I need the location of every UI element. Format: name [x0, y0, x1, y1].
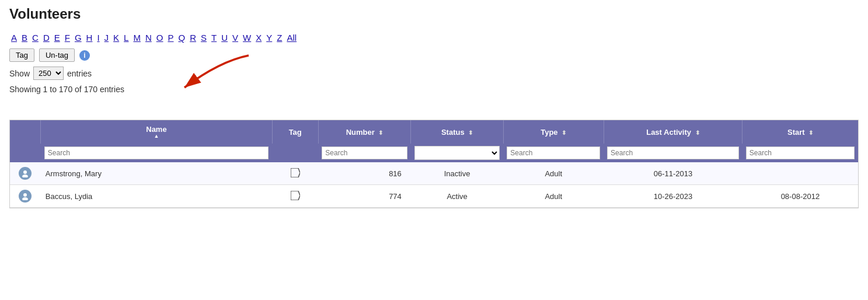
col-number-header: Number ⬍	[318, 120, 411, 144]
col-type-label: Type	[541, 128, 557, 137]
alpha-e[interactable]: E	[53, 33, 62, 43]
alpha-h[interactable]: H	[85, 33, 95, 43]
col-lastactivity-label: Last Activity	[646, 128, 691, 137]
number-search-input[interactable]	[322, 146, 407, 159]
table-search-row: Active Inactive	[10, 144, 858, 162]
svg-point-3	[22, 175, 28, 177]
row1-start	[742, 162, 858, 185]
alpha-k[interactable]: K	[111, 33, 121, 43]
alpha-n[interactable]: N	[144, 33, 154, 43]
sort-number-icon[interactable]: ⬍	[378, 130, 383, 136]
col-start-label: Start	[787, 128, 805, 137]
start-search-cell	[742, 144, 858, 162]
col-tag-label: Tag	[289, 128, 302, 137]
table-header-row: Name ▲ Tag Number ⬍ Status ⬍	[10, 120, 858, 144]
showing-text: Showing 1 to 170 of 170 entries	[9, 85, 124, 94]
table-row: Armstrong, Mary 816 Inactive Adult 06-11…	[10, 162, 858, 185]
toolbar: Tag Un-tag i	[9, 48, 859, 62]
row2-lastactivity: 10-26-2023	[604, 185, 742, 208]
page-container: Volunteers Messages A B C D E F G H I J …	[0, 0, 868, 300]
row1-tag	[272, 162, 318, 185]
alpha-g[interactable]: G	[73, 33, 83, 43]
alpha-q[interactable]: Q	[176, 33, 187, 43]
sort-status-icon[interactable]: ⬍	[468, 130, 473, 136]
sort-start-icon[interactable]: ⬍	[808, 130, 813, 136]
row1-status: Inactive	[411, 162, 504, 185]
show-label: Show	[9, 69, 30, 78]
alpha-i[interactable]: I	[95, 33, 101, 43]
status-search-cell: Active Inactive	[411, 144, 504, 162]
row2-avatar	[19, 190, 32, 203]
volunteers-table: Name ▲ Tag Number ⬍ Status ⬍	[9, 120, 859, 208]
col-status-label: Status	[441, 128, 465, 137]
lastactivity-search-cell	[604, 144, 742, 162]
page-title: Volunteers	[9, 6, 81, 22]
alpha-c[interactable]: C	[30, 33, 40, 43]
svg-point-6	[22, 197, 28, 200]
alpha-o[interactable]: O	[155, 33, 165, 43]
col-type-header: Type ⬍	[503, 120, 604, 144]
alpha-y[interactable]: Y	[264, 33, 274, 43]
alpha-all[interactable]: All	[285, 33, 298, 43]
col-tag-header: Tag	[272, 120, 318, 144]
row1-type: Adult	[503, 162, 604, 185]
row2-start: 08-08-2012	[742, 185, 858, 208]
sort-name-icon[interactable]: ▲	[154, 134, 159, 139]
alpha-b[interactable]: B	[20, 33, 29, 43]
untag-button[interactable]: Un-tag	[39, 48, 75, 62]
row2-avatar-cell	[10, 185, 41, 208]
tag-button[interactable]: Tag	[9, 48, 34, 62]
alpha-d[interactable]: D	[41, 33, 51, 43]
type-search-cell	[503, 144, 604, 162]
row1-avatar-cell	[10, 162, 41, 185]
number-search-cell	[318, 144, 411, 162]
alpha-nav: A B C D E F G H I J K L M N O P Q R S T …	[9, 33, 859, 43]
alpha-a[interactable]: A	[9, 33, 19, 43]
col-status-header: Status ⬍	[411, 120, 504, 144]
row2-tag	[272, 185, 318, 208]
svg-marker-4	[291, 168, 300, 177]
row2-tag-flag-icon	[291, 191, 300, 200]
start-search-input[interactable]	[746, 146, 855, 159]
alpha-v[interactable]: V	[231, 33, 240, 43]
alpha-z[interactable]: Z	[275, 33, 284, 43]
alpha-l[interactable]: L	[122, 33, 130, 43]
svg-point-2	[23, 170, 27, 174]
alpha-j[interactable]: J	[103, 33, 111, 43]
row1-avatar	[19, 167, 32, 180]
sort-type-icon[interactable]: ⬍	[562, 130, 566, 136]
alpha-s[interactable]: S	[199, 33, 208, 43]
alpha-w[interactable]: W	[241, 33, 253, 43]
name-search-cell	[41, 144, 272, 162]
name-search-input[interactable]	[44, 146, 269, 159]
col-name-label: Name	[146, 125, 166, 134]
svg-marker-7	[291, 191, 300, 200]
row1-lastactivity: 06-11-2013	[604, 162, 742, 185]
alpha-x[interactable]: X	[254, 33, 263, 43]
tag-search-cell	[272, 144, 318, 162]
row1-number: 816	[318, 162, 411, 185]
alpha-p[interactable]: P	[166, 33, 175, 43]
alpha-t[interactable]: T	[210, 33, 218, 43]
col-avatar-header	[10, 120, 41, 144]
info-icon[interactable]: i	[79, 50, 90, 61]
row2-number: 774	[318, 185, 411, 208]
col-name-header: Name ▲	[41, 120, 272, 144]
type-search-input[interactable]	[507, 146, 600, 159]
alpha-r[interactable]: R	[188, 33, 198, 43]
row1-name: Armstrong, Mary	[41, 162, 272, 185]
alpha-m[interactable]: M	[131, 33, 142, 43]
row1-tag-flag-icon	[291, 168, 300, 177]
status-search-select[interactable]: Active Inactive	[414, 146, 500, 160]
show-entries: Show 10 25 50 100 250 500 entries	[9, 67, 859, 80]
alpha-f[interactable]: F	[63, 33, 72, 43]
svg-point-5	[23, 193, 27, 197]
col-lastactivity-header: Last Activity ⬍	[604, 120, 742, 144]
table-row: Baccus, Lydia 774 Active Adult 10-26-202…	[10, 185, 858, 208]
entries-select[interactable]: 10 25 50 100 250 500	[33, 67, 64, 80]
table-body: Armstrong, Mary 816 Inactive Adult 06-11…	[10, 162, 858, 208]
col-number-label: Number	[346, 128, 375, 137]
sort-lastactivity-icon[interactable]: ⬍	[695, 130, 700, 136]
alpha-u[interactable]: U	[219, 33, 229, 43]
lastactivity-search-input[interactable]	[607, 146, 739, 159]
